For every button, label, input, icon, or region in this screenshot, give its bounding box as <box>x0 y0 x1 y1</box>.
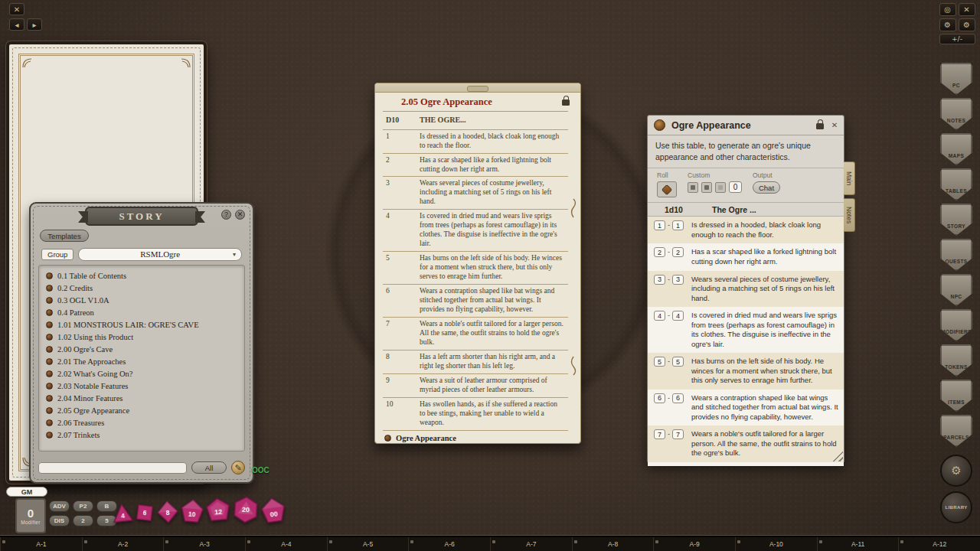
d4-die[interactable]: 4 <box>111 501 135 525</box>
d6-die[interactable]: 6 <box>132 500 156 524</box>
templates-button[interactable]: Templates <box>40 230 89 242</box>
story-list-item[interactable]: 0.4 Patreon <box>39 306 244 318</box>
library-button[interactable]: LIBRARY <box>940 491 972 523</box>
sidebar-item-items[interactable]: ITEMS <box>940 380 972 412</box>
range-from-box[interactable]: 4 <box>654 311 665 321</box>
dis-button[interactable]: DIS <box>49 515 70 527</box>
sidebar-item-maps[interactable]: MAPS <box>940 133 972 165</box>
story-entry-icon <box>46 383 53 390</box>
ruler-label: A-9 <box>653 537 735 551</box>
table-row: 4-4Is covered in dried mud and wears liv… <box>648 307 844 353</box>
range-to-box[interactable]: 4 <box>672 311 684 321</box>
tab-notes[interactable]: Notes <box>844 198 855 232</box>
gear-icon[interactable]: ⚙ <box>939 18 956 31</box>
tab-main[interactable]: Main <box>844 161 855 195</box>
lock-icon[interactable] <box>562 99 570 106</box>
range-from-box[interactable]: 7 <box>654 429 665 439</box>
custom-clear-button[interactable] <box>715 182 726 193</box>
d8-die[interactable]: 8 <box>155 500 180 524</box>
story-list-item[interactable]: 2.07 Trinkets <box>39 429 244 441</box>
story-group-select[interactable]: RSMLOgre ▾ <box>78 248 242 261</box>
roller-titlebar[interactable]: Ogre Appearance ✕ <box>648 116 844 135</box>
sidebar-item-quests[interactable]: QUESTS <box>940 239 972 271</box>
modifier-label: Modifier <box>21 520 41 525</box>
story-filter-input[interactable] <box>38 462 187 474</box>
range-from-box[interactable]: 1 <box>654 220 665 230</box>
story-list-item[interactable]: 2.05 Ogre Appearance <box>39 404 244 416</box>
dice-tray: 4 6 8 10 12 20 00 <box>112 496 286 523</box>
roll-die-button[interactable] <box>657 181 677 197</box>
filter-all-button[interactable]: All <box>191 461 227 474</box>
d100-die[interactable]: 00 <box>259 496 288 525</box>
plus-minus-button[interactable]: +/- <box>939 34 975 44</box>
range-to-box[interactable]: 1 <box>672 220 684 230</box>
table-link[interactable]: Ogre Appearance <box>375 431 580 443</box>
edit-pencil-button[interactable]: ✎ <box>231 461 245 474</box>
table-row: 5Has burns on the left side of his body.… <box>383 252 568 285</box>
ruler-label: A-7 <box>490 537 572 551</box>
story-list-item[interactable]: 2.00 Ogre's Cave <box>39 343 244 355</box>
story-list-item[interactable]: 0.1 Table of Contents <box>39 269 244 282</box>
sidebar-item-story[interactable]: STORY <box>940 204 972 236</box>
story-list-item[interactable]: 1.02 Using this Product <box>39 331 244 343</box>
d10-die[interactable]: 10 <box>179 498 206 525</box>
story-list-item[interactable]: 2.02 What's Going On? <box>39 367 244 380</box>
table-link-icon <box>384 435 391 442</box>
dice-modifier-box[interactable]: 0 Modifier <box>15 498 46 533</box>
story-list-item[interactable]: 2.04 Minor Features <box>39 392 244 404</box>
close-icon[interactable]: ✕ <box>829 119 840 130</box>
story-list-item[interactable]: 2.01 The Approaches <box>39 355 244 367</box>
sidebar-item-notes[interactable]: NOTES <box>940 98 972 130</box>
quick-button[interactable]: P2 <box>73 500 93 512</box>
sidebar-item-tokens[interactable]: TOKENS <box>940 344 972 377</box>
map-ruler-bar: A-1 A-2 A-3 A-4 A-5 A-6 A-7 A-8 A-9 A-10… <box>0 536 980 551</box>
options-button[interactable]: ⚙ <box>940 455 972 487</box>
range-from-box[interactable]: 3 <box>654 275 665 285</box>
story-list-item[interactable]: 2.06 Treasures <box>39 416 244 429</box>
range-from-box[interactable]: 2 <box>654 247 665 257</box>
range-to-box[interactable]: 2 <box>672 247 684 257</box>
range-from-box[interactable]: 6 <box>654 393 665 403</box>
range-to-box[interactable]: 3 <box>672 275 684 285</box>
chevron-left-icon[interactable]: ◂ <box>9 18 24 31</box>
close-button[interactable]: ✕ <box>235 210 245 220</box>
ruler-label: A-1 <box>0 537 82 551</box>
close-icon[interactable]: ✕ <box>9 3 24 15</box>
svg-text:00: 00 <box>270 510 278 518</box>
target-icon[interactable]: ◎ <box>939 3 956 16</box>
table-row: 7-7Wears a noble's outfit tailored for a… <box>648 425 844 462</box>
ruler-label: A-8 <box>572 537 654 551</box>
sidebar-item-npc[interactable]: NPC <box>940 274 972 306</box>
d12-die[interactable]: 12 <box>204 497 233 525</box>
gear-icon: ⚙ <box>951 464 961 478</box>
story-list-item[interactable]: 2.03 Notable Features <box>39 380 244 392</box>
sidebar-item-tables[interactable]: TABLES <box>940 168 972 201</box>
svg-text:8: 8 <box>165 509 170 517</box>
range-to-box[interactable]: 6 <box>672 393 684 403</box>
story-list-item[interactable]: 1.01 MONSTROUS LAIR: OGRE'S CAVE <box>39 318 244 331</box>
d20-die[interactable]: 20 <box>231 495 260 524</box>
window-drag-bar[interactable] <box>375 83 580 93</box>
lock-icon[interactable] <box>816 123 824 129</box>
gear-icon[interactable]: ⚙ <box>959 18 975 31</box>
range-from-box[interactable]: 5 <box>654 357 665 367</box>
ooc-chat-indicator[interactable]: OOC <box>252 466 270 474</box>
help-button[interactable]: ? <box>221 210 231 220</box>
sidebar-item-parcels[interactable]: PARCELS <box>940 415 972 447</box>
quick-button[interactable]: 2 <box>73 515 93 527</box>
output-chat-button[interactable]: Chat <box>753 181 780 194</box>
chevron-right-icon[interactable]: ▸ <box>27 18 42 31</box>
range-to-box[interactable]: 7 <box>672 429 684 439</box>
custom-grid-button[interactable] <box>701 182 712 193</box>
group-row: Group RSMLOgre ▾ <box>41 247 242 261</box>
adv-button[interactable]: ADV <box>49 500 70 512</box>
close-icon[interactable]: ✕ <box>959 3 975 16</box>
custom-dice-button[interactable] <box>688 182 698 193</box>
range-to-box[interactable]: 5 <box>672 357 684 367</box>
story-list-item[interactable]: 0.3 OGL V1.0A <box>39 294 244 306</box>
sidebar-item-modifiers[interactable]: MODIFIERS <box>940 309 972 341</box>
table-row: 6Wears a contraption shaped like bat win… <box>383 285 568 318</box>
custom-modifier-box[interactable]: 0 <box>729 181 742 193</box>
sidebar-item-pc[interactable]: PC <box>940 63 972 95</box>
story-list-item[interactable]: 0.2 Credits <box>39 282 244 294</box>
